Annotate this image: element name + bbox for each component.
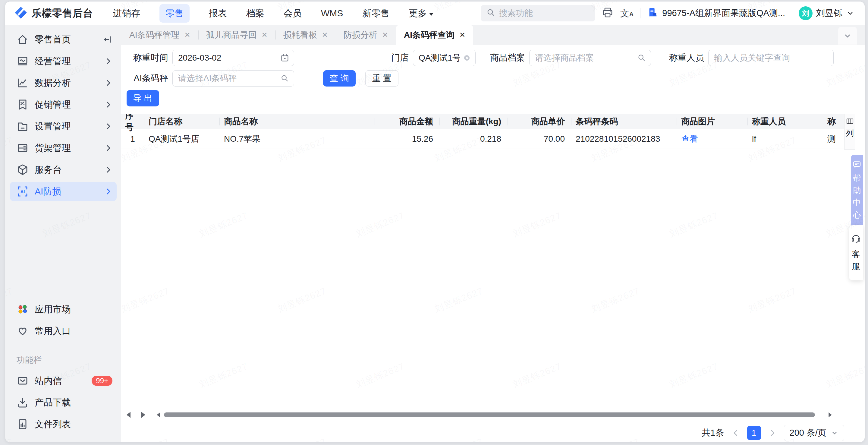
scrollbar-left-arrow[interactable] [157,412,160,417]
tab-list-dropdown[interactable] [838,27,857,45]
tab-ai-scale-query[interactable]: AI条码秤查询 ✕ [396,25,473,45]
store-input[interactable] [413,50,475,66]
promo-bookmark-icon [17,98,29,111]
sidebar-item-ai-loss-prevention[interactable]: AI AI防损 [10,182,117,201]
close-icon[interactable]: ✕ [261,31,268,39]
product-input[interactable] [529,50,651,66]
chevron-down-icon [831,429,838,437]
col-unit-price: 商品单价 [508,114,571,129]
tab-loss-board[interactable]: 损耗看板 ✕ [276,25,336,45]
sidebar-item-business-mgmt[interactable]: 经营管理 [10,52,117,71]
col-truncated: 称 [823,114,844,129]
divider [152,410,152,419]
sidebar-item-promotion-mgmt[interactable]: 促销管理 [10,95,117,114]
sidebar-item-product-download[interactable]: 产品下载 [10,393,117,412]
table-header-row: 序号 门店名称 商品名称 商品金额 商品重量(kg) 商品单价 条码秤条码 商品… [121,114,844,129]
tab-strip: AI条码秤管理 ✕ 孤儿商品寻回 ✕ 损耗看板 ✕ 防损分析 ✕ AI条码秤查询 [121,25,865,45]
search-input[interactable] [499,8,590,18]
reset-button[interactable]: 重 置 [365,70,398,87]
view-image-link[interactable]: 查看 [681,133,698,145]
sidebar-item-inbox[interactable]: 站内信 99+ [10,371,117,390]
scroll-right-button[interactable] [141,412,145,418]
weigh-time-input[interactable] [173,50,294,66]
chevron-right-icon [104,79,113,87]
search-button[interactable]: 查 询 [323,70,355,87]
unread-badge: 99+ [92,376,113,386]
collapse-sidebar-icon[interactable] [103,35,113,44]
app-title: 乐檬零售后台 [32,7,93,20]
ai-scale-input[interactable] [173,70,294,87]
calendar-icon[interactable] [280,53,290,63]
help-chat-icon [852,160,861,169]
topbar: 乐檬零售后台 进销存 零售 报表 档案 会员 WMS 新零售 更多 [5,1,865,25]
nav-retail[interactable]: 零售 [159,4,190,23]
close-icon[interactable]: ✕ [322,31,328,39]
weigher-input[interactable] [708,50,834,66]
home-icon [17,33,29,46]
print-icon[interactable] [601,7,614,20]
sidebar-section-label: 功能栏 [10,351,117,371]
chevron-right-icon [104,57,113,65]
sidebar-item-file-list[interactable]: 文件列表 [10,415,117,434]
scroll-left-button[interactable] [127,412,130,418]
company-name: 99675-A组新界面果蔬版QA测... [662,7,785,19]
clear-icon[interactable] [463,54,471,62]
company-selector[interactable]: 99675-A组新界面果蔬版QA测... [647,7,785,20]
sidebar-item-favorites[interactable]: 常用入口 [10,321,117,341]
column-settings-tool[interactable]: 列 [844,114,855,150]
caret-down-icon [429,13,433,16]
sidebar-item-service-desk[interactable]: 服务台 [10,160,117,179]
search-icon[interactable] [280,73,290,83]
chevron-right-icon [104,122,113,130]
filter-store: 门店 [294,50,475,66]
tab-loss-analysis[interactable]: 防损分析 ✕ [336,25,396,45]
nav-new-retail[interactable]: 新零售 [362,7,390,20]
user-menu[interactable]: 刘 刘昱铄 [799,6,855,20]
sidebar-item-data-analysis[interactable]: 数据分析 [10,73,117,93]
prev-page-button[interactable] [732,429,740,437]
filter-ai-scale: AI条码秤 [121,70,294,87]
col-product-image: 商品图片 [677,114,748,129]
next-page-button[interactable] [768,429,777,437]
page-size-select[interactable]: 200 条/页 [784,425,844,441]
chevron-right-icon [104,144,113,152]
scrollbar-right-arrow[interactable] [829,412,832,417]
col-barcode: 条码秤条码 [571,114,677,129]
sidebar-item-settings-mgmt[interactable]: 设置管理 [10,117,117,136]
table-row: 1 QA测试1号店 NO.7苹果 15.26 0.218 70.00 21022… [121,129,844,149]
tab-orphan-goods[interactable]: 孤儿商品寻回 ✕ [198,25,276,45]
sidebar-item-shelf-mgmt[interactable]: 货架管理 [10,138,117,158]
avatar: 刘 [799,6,812,20]
nav-members[interactable]: 会员 [284,7,302,20]
chevron-down-icon [846,9,855,18]
company-icon [647,7,658,20]
sidebar-item-app-market[interactable]: 应用市场 [10,300,117,319]
close-icon[interactable]: ✕ [382,31,388,39]
sidebar-item-retail-home[interactable]: 零售首页 [10,30,117,49]
customer-service-button[interactable]: 客服 [849,225,863,280]
translate-icon[interactable]: 文A [620,7,633,20]
nav-reports[interactable]: 报表 [209,7,227,20]
function-search[interactable] [481,5,595,21]
monitor-icon [17,55,29,67]
nav-wms[interactable]: WMS [321,8,343,19]
filter-weigh-time: 称重时间 [121,50,294,66]
nav-purchase-sale-stock[interactable]: 进销存 [113,7,140,20]
close-icon[interactable]: ✕ [184,31,190,39]
search-icon[interactable] [637,53,647,63]
search-icon [486,7,496,19]
content-panel: 称重时间 门店 [121,45,865,442]
nav-archives[interactable]: 档案 [246,7,264,20]
main-nav: 进销存 零售 报表 档案 会员 WMS 新零售 更多 [113,4,433,23]
close-icon[interactable]: ✕ [459,31,465,39]
chevron-right-icon [104,166,113,174]
scrollbar-thumb[interactable] [164,412,815,417]
export-button[interactable]: 导 出 [127,90,159,107]
tab-ai-scale-mgmt[interactable]: AI条码秤管理 ✕ [121,25,198,45]
nav-more[interactable]: 更多 [409,7,433,20]
mail-icon [17,375,29,387]
page-number[interactable]: 1 [747,426,761,440]
chevron-right-icon [104,101,113,109]
col-weigher: 称重人员 [748,114,823,129]
help-center-button[interactable]: 帮助中心 [851,155,863,227]
